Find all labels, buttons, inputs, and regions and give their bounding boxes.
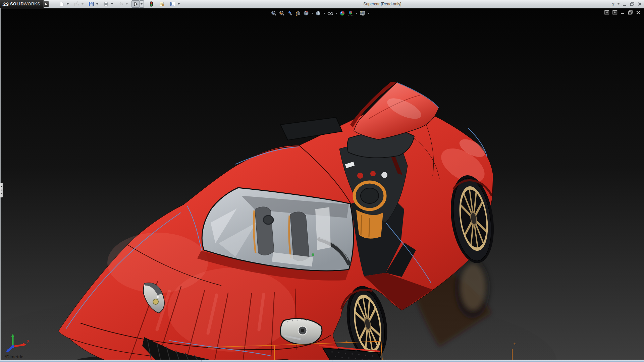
right-headlight xyxy=(280,318,322,344)
view-orientation-dropdown[interactable] xyxy=(311,13,314,14)
display-style-button[interactable] xyxy=(315,10,322,17)
open-document-button xyxy=(72,0,80,8)
print-button[interactable] xyxy=(102,0,110,8)
new-document-dropdown[interactable] xyxy=(66,1,70,7)
zoom-to-area-icon xyxy=(279,10,285,16)
headsup-view-toolbar xyxy=(270,10,370,17)
view-orientation-label: *Dimetric xyxy=(4,354,23,359)
view-orientation-button[interactable] xyxy=(303,10,310,17)
brand-works: WORKS xyxy=(24,2,40,6)
undo-dropdown xyxy=(125,1,129,7)
open-document-dropdown xyxy=(80,1,85,7)
viewport-canvas[interactable] xyxy=(0,8,644,362)
options-dropdown[interactable] xyxy=(177,1,181,7)
file-properties-button[interactable] xyxy=(158,0,166,8)
zoom-to-fit-icon xyxy=(271,10,277,16)
apply-scene-dropdown[interactable] xyxy=(355,13,358,14)
previous-view-button[interactable] xyxy=(286,10,293,17)
rebuild-button[interactable] xyxy=(147,0,155,8)
new-document-icon xyxy=(59,1,64,7)
document-window-controls xyxy=(604,10,641,15)
left-pane-toggle-icon[interactable] xyxy=(604,10,609,15)
brand-solid: SOLID xyxy=(10,2,23,6)
edit-appearance-button[interactable] xyxy=(339,10,346,17)
collapse-arrow-icon xyxy=(1,189,2,191)
section-view-button[interactable] xyxy=(294,10,302,17)
zoom-to-area-button[interactable] xyxy=(278,10,285,17)
view-settings-button[interactable] xyxy=(359,10,366,17)
new-document-button[interactable] xyxy=(58,0,66,8)
collapse-arrow-icon xyxy=(1,185,2,187)
select-tool-button[interactable] xyxy=(131,0,140,8)
zoom-to-fit-button[interactable] xyxy=(270,10,277,17)
select-tool-dropdown[interactable] xyxy=(140,0,144,8)
file-properties-icon xyxy=(159,1,165,7)
save-button[interactable] xyxy=(87,0,95,8)
titlebar: 3S SOLID WORKS ▶ xyxy=(0,0,644,8)
doc-close-button[interactable] xyxy=(636,10,641,15)
options-button[interactable] xyxy=(169,0,177,8)
undo-arrow-icon xyxy=(118,1,123,7)
app-close-button[interactable] xyxy=(638,2,642,6)
reference-triad: X xyxy=(3,330,32,355)
app-restore-button[interactable] xyxy=(630,2,635,6)
appearance-ball-icon xyxy=(339,10,345,16)
hide-show-items-dropdown[interactable] xyxy=(335,13,338,14)
traffic-light-icon xyxy=(149,1,154,7)
hide-show-items-button[interactable] xyxy=(327,10,334,17)
display-style-dropdown[interactable] xyxy=(323,13,326,14)
options-list-icon xyxy=(170,1,175,7)
document-title: Supercar [Read-only] xyxy=(342,0,423,8)
featuremanager-collapse-tab[interactable] xyxy=(0,183,3,197)
help-dropdown[interactable] xyxy=(618,3,620,5)
apply-scene-icon xyxy=(347,10,354,16)
view-settings-dropdown[interactable] xyxy=(367,13,370,14)
apply-scene-button[interactable] xyxy=(347,10,354,17)
open-folder-icon xyxy=(74,1,79,7)
menu-expand-button[interactable]: ▶ xyxy=(44,1,49,7)
help-button[interactable]: ? xyxy=(612,2,614,7)
logo-3s-glyph: 3S xyxy=(2,1,9,7)
right-pane-toggle-icon[interactable] xyxy=(612,10,618,15)
display-style-cube-icon xyxy=(315,10,321,16)
triad-x-label: X xyxy=(27,339,30,343)
solidworks-logo: 3S SOLID WORKS xyxy=(0,0,44,8)
doc-minimize-button[interactable] xyxy=(621,10,625,14)
view-orientation-cube-icon xyxy=(303,10,309,16)
undo-button xyxy=(117,0,125,8)
app-minimize-button[interactable] xyxy=(623,2,627,6)
select-cursor-icon xyxy=(133,1,138,7)
eyeglasses-icon xyxy=(327,10,333,16)
app-window-controls: ? xyxy=(612,0,642,8)
statusbar-edge xyxy=(0,360,644,362)
print-icon xyxy=(103,1,109,7)
doc-restore-button[interactable] xyxy=(628,10,633,15)
save-floppy-icon xyxy=(89,1,94,7)
section-view-icon xyxy=(295,10,301,16)
view-settings-icon xyxy=(360,10,366,16)
previous-view-icon xyxy=(287,10,293,16)
graphics-viewport[interactable]: X *Dimetric xyxy=(0,8,644,362)
main-toolbar xyxy=(58,0,183,8)
collapse-arrow-icon xyxy=(1,193,2,195)
print-dropdown[interactable] xyxy=(110,1,114,7)
save-dropdown[interactable] xyxy=(95,1,99,7)
